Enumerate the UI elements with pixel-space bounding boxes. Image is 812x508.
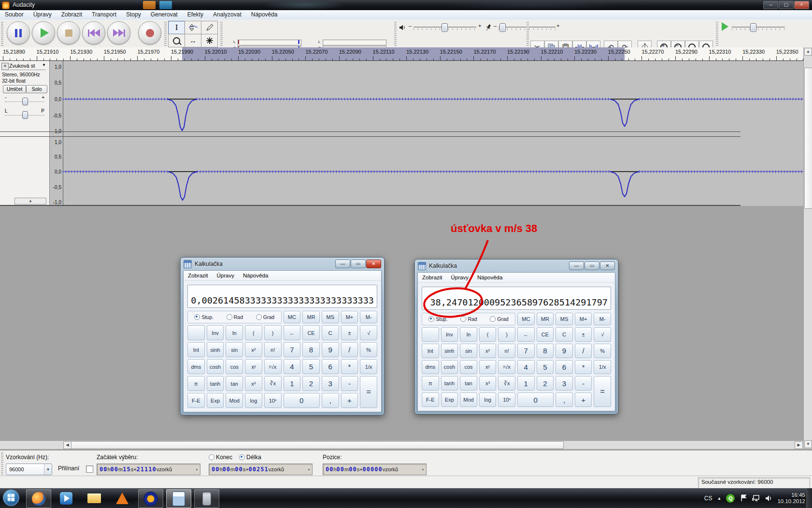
calc-button[interactable]: %	[360, 342, 377, 357]
toolbar-grip[interactable]	[716, 21, 718, 46]
timeline-ruler[interactable]: 15,2189015,2191015,2193015,2195015,21970…	[0, 47, 812, 61]
calc-button[interactable]: √	[594, 327, 611, 342]
calc-button[interactable]: 9	[556, 344, 573, 358]
calc-button[interactable]: Mod	[460, 392, 477, 407]
calc-button[interactable]: 1	[284, 376, 301, 391]
mode-radio[interactable]: Stup.	[194, 314, 214, 320]
ruler-label[interactable]: 15.22150	[440, 49, 462, 55]
menu-item[interactable]: Stopy	[121, 10, 146, 18]
calc-button[interactable]: tanh	[441, 376, 458, 391]
calc-button[interactable]: C	[556, 327, 573, 342]
menu-item[interactable]: Zobrazit	[418, 275, 447, 280]
calc-button[interactable]: 10ˣ	[498, 392, 515, 407]
calculator-window-right[interactable]: Kalkulačka — ▭ ✕ ZobrazitÚpravyNápověda …	[414, 259, 618, 414]
envelope-tool-button[interactable]	[185, 21, 201, 34]
show-desktop-button[interactable]	[806, 488, 812, 508]
track-pan-slider[interactable]: L P	[5, 109, 44, 120]
snap-checkbox[interactable]	[86, 465, 93, 473]
calc-button[interactable]: n!	[264, 342, 282, 357]
calc-button[interactable]: ,	[556, 392, 573, 407]
volume-icon[interactable]	[765, 494, 772, 502]
ruler-label[interactable]: 15,21970	[137, 49, 159, 55]
minimize-button[interactable]: —	[569, 261, 584, 270]
taskbar-vlc[interactable]	[110, 489, 134, 507]
calc-button[interactable]: 1/x	[594, 360, 611, 375]
toolbar-grip[interactable]	[394, 21, 397, 46]
mode-radio[interactable]: Rad	[460, 316, 477, 322]
vertical-scrollbar[interactable]: ▲ ▼	[803, 47, 812, 449]
ruler-label[interactable]: 15.22170	[473, 49, 496, 55]
track-collapse-button[interactable]: ▲	[14, 198, 46, 204]
calc-button[interactable]	[422, 327, 439, 342]
calc-button[interactable]: tan	[460, 376, 477, 391]
chevron-down-icon[interactable]: ▾	[306, 467, 312, 472]
calc-button[interactable]: +	[575, 392, 592, 407]
toolbar-grip[interactable]	[1, 21, 3, 46]
calc-button[interactable]: =	[594, 376, 611, 407]
calc-button[interactable]	[187, 325, 205, 340]
multi-tool-button[interactable]	[201, 34, 218, 47]
ruler-label[interactable]: 15,22290	[675, 49, 698, 55]
menu-item[interactable]: Soubor	[0, 10, 28, 18]
calc-button[interactable]: M-	[594, 313, 611, 325]
ruler-label[interactable]: 15.22210	[541, 49, 563, 55]
calc-button[interactable]: ln	[460, 327, 477, 342]
ruler-label[interactable]: 15,21890	[3, 49, 25, 55]
ruler-label[interactable]: 15.22190	[507, 49, 529, 55]
calc-button[interactable]: Int	[187, 342, 205, 357]
calc-button[interactable]: cosh	[207, 359, 224, 374]
calc-button[interactable]: 8	[302, 342, 320, 357]
calc-button[interactable]: n!	[498, 344, 515, 358]
action-center-flag-icon[interactable]	[740, 494, 747, 502]
taskbar-explorer[interactable]	[82, 489, 106, 507]
solo-button[interactable]: Solo	[26, 85, 47, 93]
taskbar-media-player[interactable]	[54, 489, 78, 507]
toolbar-grip[interactable]	[164, 21, 167, 46]
calc-button[interactable]: x²	[479, 344, 497, 358]
calc-button[interactable]: MR	[302, 311, 320, 323]
menu-item[interactable]: Zobrazit	[184, 273, 213, 278]
calc-button[interactable]: )	[264, 325, 282, 340]
calc-button[interactable]: 4	[284, 359, 301, 374]
calc-button[interactable]: ±	[575, 327, 592, 342]
ruler-label[interactable]: 15.22030	[238, 49, 260, 55]
calculator-titlebar[interactable]: Kalkulačka — ▭ ✕	[181, 258, 384, 270]
ruler-label[interactable]: 15,21910	[37, 49, 59, 55]
calc-button[interactable]: 5	[302, 359, 320, 374]
scroll-right-arrow[interactable]: ▶	[795, 441, 803, 449]
calc-button[interactable]: /	[575, 344, 592, 358]
calc-button[interactable]: tan	[226, 376, 243, 391]
stop-button[interactable]	[57, 21, 80, 44]
menu-item[interactable]: Nápověda	[239, 273, 272, 278]
playback-speed-slider[interactable]	[732, 22, 785, 32]
calc-button[interactable]: CE	[302, 325, 320, 340]
calc-button[interactable]: ,	[322, 393, 339, 408]
calculator-titlebar[interactable]: Kalkulačka — ▭ ✕	[415, 260, 618, 272]
calc-button[interactable]: sin	[460, 344, 477, 358]
rewind-button[interactable]	[82, 21, 105, 44]
calc-button[interactable]: MC	[517, 313, 535, 325]
play-at-speed-button[interactable]	[720, 22, 728, 33]
slider-thumb[interactable]	[22, 98, 28, 105]
calc-button[interactable]: 0	[284, 393, 320, 408]
menu-item[interactable]: Zobrazit	[57, 10, 87, 18]
output-volume-slider[interactable]	[413, 22, 476, 32]
calc-button[interactable]: ←	[517, 327, 535, 342]
network-icon[interactable]	[752, 494, 760, 502]
ruler-label[interactable]: 15,22330	[742, 49, 765, 55]
taskbar-calculator[interactable]	[166, 489, 191, 508]
calc-button[interactable]: ∛x	[498, 376, 515, 391]
calc-button[interactable]: M-	[360, 311, 377, 323]
calc-button[interactable]: 7	[284, 342, 301, 357]
slider-thumb[interactable]	[442, 23, 448, 32]
calc-button[interactable]: tanh	[207, 376, 224, 391]
language-indicator[interactable]: CS	[704, 495, 712, 502]
calc-button[interactable]: 1	[517, 376, 535, 391]
scroll-up-arrow[interactable]: ▲	[804, 48, 812, 56]
calc-button[interactable]: Exp	[207, 393, 224, 408]
calc-button[interactable]: F-E	[187, 393, 205, 408]
calc-button[interactable]: 3	[556, 376, 573, 391]
calc-button[interactable]: √	[360, 325, 377, 340]
calc-button[interactable]: )	[498, 327, 515, 342]
menu-item[interactable]: Nápověda	[246, 10, 283, 18]
